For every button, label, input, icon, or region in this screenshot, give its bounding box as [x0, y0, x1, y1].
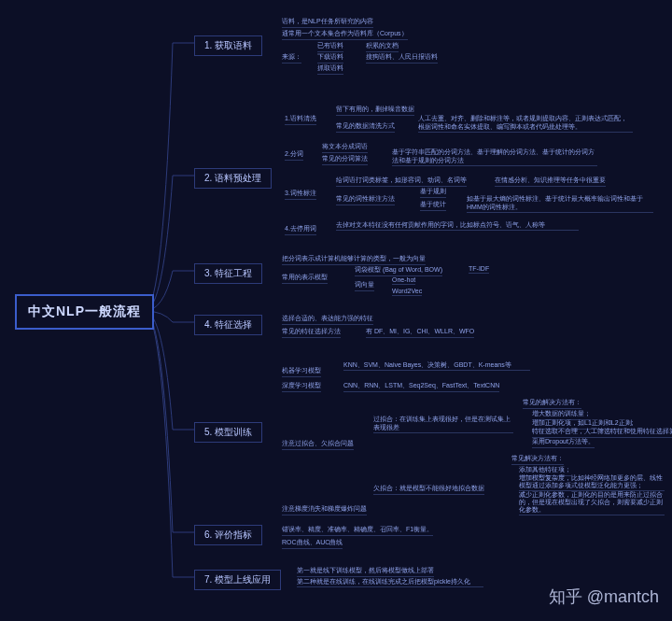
- step-7: 7. 模型上线应用: [194, 570, 281, 590]
- s5-c2c: 减少正则化参数，正则化的目的是用来防止过拟合的，但是现在模型出现了欠拟合，则需要…: [519, 491, 665, 515]
- s5-c1d: 采用Dropout方法等。: [532, 437, 595, 448]
- s2-p2b: 常见的分词算法: [322, 154, 368, 165]
- s3-b3b: Word2Vec: [392, 288, 422, 296]
- s1-c: 来源：: [282, 52, 301, 64]
- s1-a: 语料，是NLP任务所研究的内容: [282, 17, 373, 28]
- s1-c2: 积累的文档: [366, 41, 399, 52]
- watermark: 知乎 @mantch: [549, 586, 659, 608]
- s2-p4: 4.去停用词: [285, 224, 316, 235]
- s6-a: 错误率、精度、准确率、精确度、召回率、F1衡量。: [282, 525, 433, 536]
- s1-c3: 下载语料: [317, 52, 343, 64]
- s2-p2: 2.分词: [285, 149, 303, 161]
- s1-b: 通常用一个文本集合作为语料库（Corpus）: [282, 29, 408, 40]
- s5-c: 注意过拟合、欠拟合问题: [282, 439, 354, 450]
- s3-b2: TF-IDF: [469, 265, 489, 274]
- s2-p3a1: 在情感分析、知识推理等任务中很重要: [495, 176, 606, 187]
- s2-p3b2a: 如基于最大熵的词性标注、基于统计最大概率输出词性和基于HMM的词性标注。: [467, 194, 653, 213]
- s4-b: 常见的特征选择方法: [282, 327, 341, 338]
- s5-c1h: 常见的解决方法有：: [523, 398, 581, 409]
- s2-p1a: 留下有用的，删掉噪音数据: [336, 105, 414, 116]
- s6-b: ROC曲线、AUC曲线: [282, 538, 343, 549]
- step-4: 4. 特征选择: [194, 315, 262, 335]
- s2-p1b: 常见的数据清洗方式: [336, 121, 395, 133]
- step-2: 2. 语料预处理: [194, 168, 272, 189]
- s3-b3a: One-hot: [392, 276, 415, 285]
- s5-c1: 过拟合：在训练集上表现很好，但是在测试集上表现很差: [373, 415, 513, 433]
- step-3-label: 3. 特征工程: [204, 268, 252, 278]
- s5-a: 机器学习模型: [282, 366, 321, 377]
- s3-a: 把分词表示成计算机能够计算的类型，一般为向量: [282, 254, 426, 265]
- step-2-label: 2. 语料预处理: [204, 173, 261, 183]
- s2-p2a: 将文本分成词语: [322, 142, 368, 153]
- s3-b3: 词向量: [355, 280, 374, 291]
- s5-b1: CNN、RNN、LSTM、Seq2Seq、FastText、TextCNN: [343, 381, 499, 392]
- s5-d: 注意梯度消失和梯度爆炸问题: [282, 504, 367, 515]
- step-5-label: 5. 模型训练: [204, 427, 252, 437]
- step-1: 1. 获取语料: [194, 35, 262, 56]
- s4-a: 选择合适的、表达能力强的特征: [282, 314, 373, 325]
- step-6: 6. 评价指标: [194, 525, 262, 545]
- s5-c2h: 常见解决方法有：: [511, 454, 564, 465]
- s2-p3b2: 基于统计: [420, 200, 446, 211]
- step-1-label: 1. 获取语料: [204, 40, 252, 50]
- s2-p1b1: 人工去重、对齐、删除和标注等，或者规则提取内容、正则表达式匹配，根据词性和命名实…: [418, 114, 633, 133]
- step-5: 5. 模型训练: [194, 422, 262, 443]
- step-3: 3. 特征工程: [194, 263, 262, 284]
- step-6-label: 6. 评价指标: [204, 529, 252, 540]
- s3-b1: 词袋模型 (Bag of Word, BOW): [355, 265, 442, 276]
- s5-b: 深度学习模型: [282, 381, 321, 392]
- s7-a: 第一就是线下训练模型，然后将模型做线上部署: [297, 566, 434, 577]
- s5-c2b: 增加模型复杂度，比如神经网络加更多的层、线性模型通过添加多项式使模型泛化能力更强…: [519, 474, 665, 491]
- s1-c4: 搜狗语料、人民日报语料: [366, 52, 438, 64]
- root-label: 中文NLP一般流程: [28, 303, 141, 318]
- s2-p4a: 去掉对文本特征没有任何贡献作用的字词，比如标点符号、语气、人称等: [336, 220, 579, 231]
- s2-p3b: 常见的词性标注方法: [336, 194, 395, 205]
- s2-p3a: 给词语打词类标签，如形容词、动词、名词等: [336, 176, 467, 187]
- s5-a1: KNN、SVM、Naive Bayes、决策树、GBDT、K-means等: [343, 360, 530, 371]
- s1-c5: 抓取语料: [317, 64, 343, 75]
- s1-c1: 已有语料: [317, 41, 343, 52]
- step-4-label: 4. 特征选择: [204, 319, 252, 330]
- s5-c2: 欠拟合：就是模型不能很好地拟合数据: [373, 484, 484, 495]
- step-7-label: 7. 模型上线应用: [204, 574, 271, 585]
- root-node: 中文NLP一般流程: [15, 294, 154, 330]
- s4-b1: 有 DF、MI、IG、CHI、WLLR、WFO: [366, 327, 474, 338]
- s3-b: 常用的表示模型: [282, 273, 328, 284]
- s2-p1: 1.语料清洗: [285, 114, 316, 125]
- s2-p3: 3.词性标注: [285, 189, 316, 200]
- s2-p2b1: 基于字符串匹配的分词方法、基于理解的分词方法、基于统计的分词方法和基于规则的分词…: [392, 148, 597, 166]
- s7-b: 第二种就是在线训练，在线训练完成之后把模型pickle持久化: [297, 577, 483, 587]
- s2-p3b1: 基于规则: [420, 187, 446, 198]
